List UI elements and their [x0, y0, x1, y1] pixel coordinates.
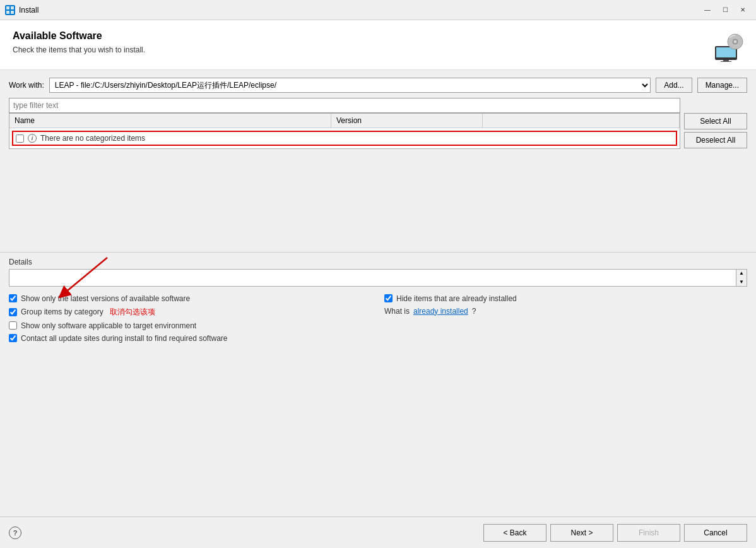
col-name-header: Name [9, 114, 331, 128]
svg-rect-1 [11, 6, 14, 9]
details-scrollbar[interactable]: ▲ ▼ [736, 269, 747, 287]
header-text: Available Software Check the items that … [13, 30, 145, 54]
item-checkbox[interactable] [16, 134, 24, 143]
header-section: Available Software Check the items that … [0, 20, 756, 70]
show-latest-option: Show only the latest versions of availab… [9, 294, 372, 303]
cancel-button[interactable]: Cancel [684, 524, 747, 542]
show-latest-checkbox[interactable] [9, 294, 17, 302]
select-all-button[interactable]: Select All [684, 113, 747, 129]
content-area: Work with: LEAP - file:/C:/Users/zhiyin/… [0, 70, 756, 252]
options-right: Hide items that are already installed Wh… [384, 294, 747, 343]
header-icon [712, 30, 743, 62]
item-label: There are no categorized items [40, 134, 145, 143]
hide-installed-option: Hide items that are already installed [384, 294, 747, 303]
manage-button[interactable]: Manage... [697, 78, 747, 93]
group-by-category-option: Group items by category 取消勾选该项 [9, 307, 372, 318]
page-title: Available Software [13, 30, 145, 42]
group-by-category-checkbox[interactable] [9, 308, 17, 316]
work-with-row: Work with: LEAP - file:/C:/Users/zhiyin/… [9, 78, 747, 93]
svg-rect-2 [6, 11, 9, 14]
table-header: Name Version [9, 114, 680, 128]
bottom-bar: ? < Back Next > Finish Cancel [0, 516, 756, 548]
contact-update-sites-option: Contact all update sites during install … [9, 334, 372, 343]
col-version-header: Version [331, 114, 483, 128]
filter-table-area: Name Version i There are no categorized … [9, 98, 747, 149]
already-installed-link[interactable]: already installed [413, 307, 468, 316]
next-button[interactable]: Next > [550, 524, 613, 542]
title-bar: Install — ☐ ✕ [0, 0, 756, 20]
svg-rect-7 [721, 61, 731, 62]
options-wrapper: Show only the latest versions of availab… [0, 289, 756, 348]
svg-point-10 [734, 40, 736, 43]
window-icon [5, 5, 15, 15]
add-button[interactable]: Add... [656, 78, 692, 93]
deselect-all-button[interactable]: Deselect All [684, 132, 747, 148]
back-button[interactable]: < Back [483, 524, 546, 542]
filter-row [9, 98, 680, 113]
svg-rect-0 [6, 6, 9, 9]
show-applicable-checkbox[interactable] [9, 321, 17, 330]
contact-update-sites-label: Contact all update sites during install … [21, 334, 228, 343]
navigation-buttons: < Back Next > Finish Cancel [483, 524, 747, 542]
col-other-header [483, 114, 680, 128]
details-label: Details [9, 258, 747, 266]
minimize-button[interactable]: — [699, 4, 716, 16]
maximize-button[interactable]: ☐ [717, 4, 733, 16]
close-button[interactable]: ✕ [735, 4, 751, 16]
table-body: i There are no categorized items [9, 128, 680, 148]
details-input[interactable] [9, 269, 747, 287]
show-latest-label: Show only the latest versions of availab… [21, 294, 190, 303]
show-applicable-label: Show only software applicable to target … [21, 321, 196, 330]
install-dialog: Available Software Check the items that … [0, 20, 756, 548]
options-left: Show only the latest versions of availab… [9, 294, 372, 343]
page-subtitle: Check the items that you wish to install… [13, 45, 145, 54]
table-section: Name Version i There are no categorized … [9, 98, 680, 149]
scroll-down-icon: ▼ [739, 280, 744, 285]
spacer [0, 348, 756, 517]
software-table: Name Version i There are no categorized … [9, 113, 680, 149]
info-icon: i [28, 134, 37, 143]
svg-rect-3 [11, 11, 14, 14]
finish-button[interactable]: Finish [617, 524, 680, 542]
scroll-up-icon: ▲ [739, 271, 744, 276]
details-section: Details ▲ ▼ [0, 252, 756, 289]
hide-installed-label: Hide items that are already installed [396, 294, 517, 303]
what-is-suffix: ? [472, 307, 476, 316]
work-with-label: Work with: [9, 81, 44, 90]
help-button[interactable]: ? [9, 527, 21, 539]
group-by-category-label: Group items by category [21, 307, 103, 316]
show-applicable-option: Show only software applicable to target … [9, 321, 372, 330]
hide-installed-checkbox[interactable] [384, 294, 393, 302]
window-title: Install [19, 6, 699, 15]
window-controls: — ☐ ✕ [699, 4, 751, 16]
details-scroll-wrapper: ▲ ▼ [9, 269, 747, 287]
contact-update-sites-checkbox[interactable] [9, 334, 17, 342]
work-with-select[interactable]: LEAP - file:/C:/Users/zhiyin/Desktop/LEA… [49, 78, 651, 93]
what-is-prefix: What is [384, 307, 410, 316]
side-buttons: Select All Deselect All [684, 98, 747, 148]
annotation-text: 取消勾选该项 [110, 307, 155, 318]
options-section: Show only the latest versions of availab… [0, 289, 756, 348]
table-row: i There are no categorized items [12, 131, 677, 146]
filter-input[interactable] [9, 98, 680, 113]
what-is-installed-row: What is already installed ? [384, 307, 747, 316]
